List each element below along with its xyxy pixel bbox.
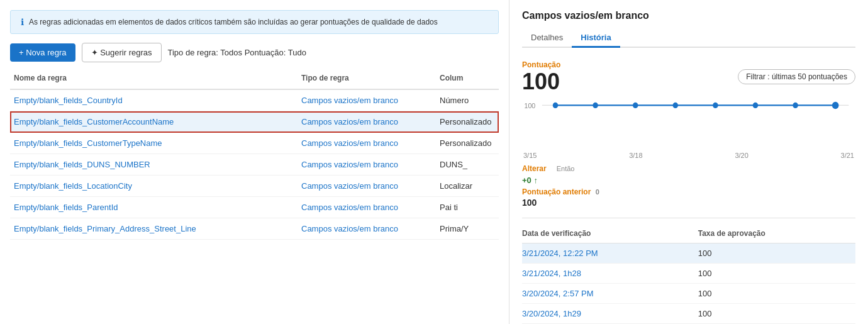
col-header-name: Nome da regra	[10, 71, 298, 85]
rule-name-cell: Empty/blank_fields_LocationCity	[10, 177, 298, 195]
rule-name-cell: Empty/blank_fields_ParentId	[10, 198, 298, 216]
svg-point-9	[832, 102, 839, 109]
svg-point-5	[673, 103, 678, 108]
x-label-3: 3/20	[735, 152, 748, 159]
th-date: Data de verificação	[522, 226, 698, 243]
suggest-rules-button[interactable]: ✦ Sugerir regras	[82, 43, 162, 62]
left-panel: ℹ As regras adicionadas em elementos de …	[0, 0, 509, 324]
change-section: Alterar Então	[522, 164, 855, 173]
approval-cell: 100	[698, 243, 855, 264]
history-row: 3/20/2024, 1h29 100	[522, 304, 855, 324]
rule-name-link[interactable]: Empty/blank_fields_DUNS_NUMBER	[14, 160, 150, 169]
prev-score-label: Pontuação anterior 0	[522, 187, 855, 196]
panel-title: Campos vazios/em branco	[522, 10, 855, 21]
approval-cell: 100	[698, 304, 855, 324]
rule-name-cell: Empty/blank_fields_Primary_Address_Stree…	[10, 220, 298, 238]
svg-point-8	[793, 103, 798, 108]
rule-name-link[interactable]: Empty/blank_fields_Primary_Address_Stree…	[14, 224, 196, 233]
table-row[interactable]: Empty/blank_fields_ParentId Campos vazio…	[10, 197, 499, 218]
date-cell: 3/21/2024, 1h28	[522, 264, 698, 284]
rule-name-link[interactable]: Empty/blank_fields_CustomerAccountName	[14, 117, 174, 126]
rule-name-cell: Empty/blank_fields_CustomerTypeName	[10, 134, 298, 152]
info-text: As regras adicionadas em elementos de da…	[29, 18, 438, 26]
svg-point-7	[753, 103, 758, 108]
x-label-4: 3/21	[841, 152, 854, 159]
table-row[interactable]: Empty/blank_fields_CustomerAccountName C…	[10, 111, 499, 133]
date-link[interactable]: 3/21/2024, 12:22 PM	[522, 249, 598, 258]
col-cell: Localizar	[436, 177, 499, 195]
table-row[interactable]: Empty/blank_fields_CustomerTypeName Camp…	[10, 133, 499, 154]
chart-svg: 100	[522, 98, 855, 148]
col-header-col: Colum	[436, 71, 499, 85]
history-row: 3/21/2024, 12:22 PM 100	[522, 243, 855, 264]
filter-button[interactable]: Filtrar : últimas 50 pontuações	[738, 69, 855, 84]
change-label: Alterar	[522, 164, 547, 173]
toolbar: + Nova regra ✦ Sugerir regras Tipo de re…	[0, 43, 509, 71]
th-rate: Taxa de aprovação	[698, 226, 855, 243]
score-label: Pontuação	[522, 60, 560, 69]
rule-type-cell: Campos vazios/em branco	[298, 155, 436, 174]
col-header-type: Tipo de regra	[298, 71, 436, 85]
approval-cell: 100	[698, 284, 855, 304]
tab-details[interactable]: Detalhes	[522, 29, 572, 48]
rule-type-cell: Campos vazios/em branco	[298, 134, 436, 152]
info-banner: ℹ As regras adicionadas em elementos de …	[10, 10, 499, 34]
rule-type-cell: Campos vazios/em branco	[298, 177, 436, 195]
change-value: +0 ↑	[522, 176, 538, 185]
chart-area: 100 3/15 3/18 3/20 3/21	[522, 98, 855, 159]
col-cell: Personalizado	[436, 134, 499, 152]
prev-score-label-text: Pontuação anterior	[522, 187, 591, 196]
score-row: Pontuação 100 Filtrar : últimas 50 pontu…	[522, 60, 855, 93]
x-axis-labels: 3/15 3/18 3/20 3/21	[522, 152, 855, 159]
rule-type-cell: Campos vazios/em branco	[298, 220, 436, 238]
score-section: Pontuação 100 Filtrar : últimas 50 pontu…	[522, 60, 855, 208]
divider	[522, 218, 855, 218]
history-tbody: 3/21/2024, 12:22 PM 100 3/21/2024, 1h28 …	[522, 243, 855, 325]
col-cell: Pai ti	[436, 198, 499, 216]
rule-name-link[interactable]: Empty/blank_fields_CustomerTypeName	[14, 138, 162, 148]
date-link[interactable]: 3/20/2024, 2:57 PM	[522, 289, 593, 298]
col-cell: Prima/Y	[436, 220, 499, 238]
table-row[interactable]: Empty/blank_fields_Primary_Address_Stree…	[10, 218, 499, 240]
table-row[interactable]: Empty/blank_fields_DUNS_NUMBER Campos va…	[10, 154, 499, 176]
right-panel: Campos vazios/em branco Detalhes Históri…	[509, 0, 868, 324]
date-cell: 3/21/2024, 12:22 PM	[522, 243, 698, 264]
rule-type-cell: Campos vazios/em branco	[298, 91, 436, 109]
table-header-row: Data de verificação Taxa de aprovação	[522, 226, 855, 243]
rules-table: Nome da regra Tipo de regra Colum Empty/…	[0, 71, 509, 240]
table-header: Nome da regra Tipo de regra Colum	[10, 71, 499, 90]
svg-text:100: 100	[525, 102, 536, 109]
svg-point-3	[593, 103, 598, 108]
score-value: 100	[522, 70, 560, 93]
tab-history[interactable]: História	[572, 29, 620, 48]
date-link[interactable]: 3/20/2024, 1h29	[522, 309, 581, 318]
tabs: Detalhes História	[522, 29, 855, 48]
rule-name-link[interactable]: Empty/blank_fields_ParentId	[14, 203, 118, 212]
new-rule-button[interactable]: + Nova regra	[10, 43, 75, 62]
info-icon: ℹ	[21, 17, 24, 27]
x-label-1: 3/15	[523, 152, 537, 159]
history-row: 3/21/2024, 1h28 100	[522, 264, 855, 284]
date-cell: 3/20/2024, 1h29	[522, 304, 698, 324]
rule-type-cell: Campos vazios/em branco	[298, 198, 436, 216]
svg-point-6	[713, 103, 718, 108]
filter-label: Tipo de regra: Todos Pontuação: Tudo	[168, 48, 306, 57]
prev-score-value: 100	[522, 198, 855, 208]
history-table: Data de verificação Taxa de aprovação 3/…	[522, 226, 855, 324]
table-row[interactable]: Empty/blank_fields_CountryId Campos vazi…	[10, 90, 499, 111]
rule-name-cell: Empty/blank_fields_DUNS_NUMBER	[10, 155, 298, 174]
x-label-2: 3/18	[629, 152, 642, 159]
rule-name-cell: Empty/blank_fields_CountryId	[10, 91, 298, 109]
rule-name-link[interactable]: Empty/blank_fields_CountryId	[14, 96, 123, 105]
prev-score-zero: 0	[596, 188, 599, 196]
rule-name-cell: Empty/blank_fields_CustomerAccountName	[10, 113, 298, 131]
date-link[interactable]: 3/21/2024, 1h28	[522, 269, 581, 278]
svg-point-4	[633, 103, 638, 108]
history-row: 3/20/2024, 2:57 PM 100	[522, 284, 855, 304]
change-sub: Então	[557, 165, 575, 172]
table-row[interactable]: Empty/blank_fields_LocationCity Campos v…	[10, 176, 499, 197]
col-cell: Personalizado	[436, 113, 499, 131]
approval-cell: 100	[698, 264, 855, 284]
col-cell: DUNS_	[436, 155, 499, 174]
rule-name-link[interactable]: Empty/blank_fields_LocationCity	[14, 181, 132, 191]
